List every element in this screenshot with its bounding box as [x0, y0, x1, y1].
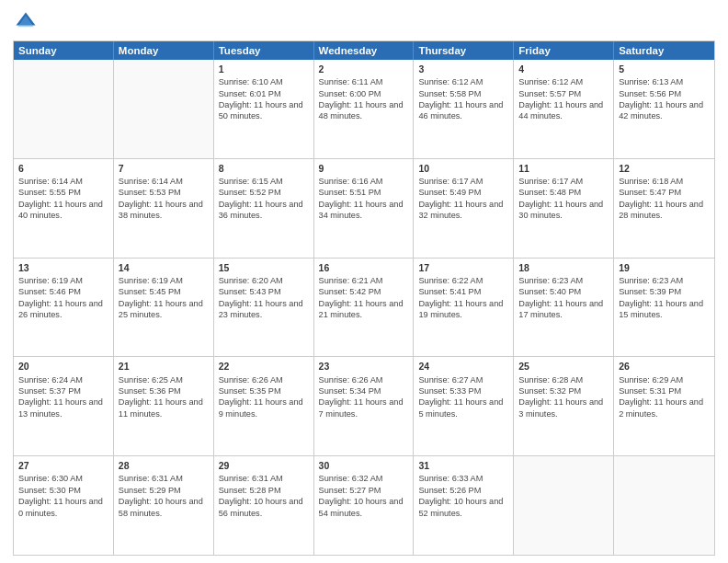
- cell-text-line: Sunrise: 6:29 AM: [619, 375, 683, 385]
- day-number: 15: [219, 261, 309, 274]
- cal-cell: 10Sunrise: 6:17 AMSunset: 5:49 PMDayligh…: [414, 159, 514, 258]
- day-number: 4: [518, 63, 609, 75]
- day-number: 3: [418, 63, 508, 75]
- header-day-tuesday: Tuesday: [214, 41, 314, 60]
- cell-text-line: Sunset: 5:43 PM: [219, 287, 281, 296]
- day-number: 25: [518, 360, 609, 373]
- cal-cell: 9Sunrise: 6:16 AMSunset: 5:51 PMDaylight…: [314, 159, 415, 258]
- cell-text-line: Daylight: 11 hours and 32 minutes.: [418, 200, 503, 220]
- cell-text-line: Daylight: 10 hours and 56 minutes.: [219, 497, 303, 517]
- day-number: 22: [219, 360, 309, 373]
- cal-cell: [514, 456, 614, 555]
- cell-text-line: Sunrise: 6:26 AM: [219, 375, 283, 385]
- cell-text-line: Sunrise: 6:23 AM: [518, 276, 583, 285]
- cell-text-line: Sunrise: 6:25 AM: [119, 375, 183, 385]
- cell-text-line: Daylight: 10 hours and 58 minutes.: [119, 497, 203, 517]
- cell-text-line: Sunset: 5:49 PM: [418, 188, 481, 197]
- cell-text-line: Daylight: 10 hours and 52 minutes.: [418, 497, 503, 517]
- cell-text-line: Daylight: 11 hours and 44 minutes.: [518, 100, 603, 121]
- cell-text-line: Daylight: 11 hours and 17 minutes.: [518, 299, 603, 319]
- cell-text-line: Sunset: 5:51 PM: [319, 188, 381, 197]
- cell-text-line: Daylight: 11 hours and 30 minutes.: [518, 200, 603, 220]
- cell-text-line: Sunset: 5:45 PM: [119, 287, 181, 296]
- day-number: 14: [119, 261, 209, 274]
- cell-text-line: Sunrise: 6:21 AM: [319, 276, 383, 285]
- day-number: 9: [319, 162, 409, 175]
- cell-text-line: Daylight: 11 hours and 38 minutes.: [119, 200, 203, 220]
- cell-text-line: Sunrise: 6:14 AM: [119, 177, 183, 186]
- calendar-header: SundayMondayTuesdayWednesdayThursdayFrid…: [14, 41, 714, 60]
- day-number: 20: [18, 360, 108, 373]
- day-number: 21: [119, 360, 209, 373]
- cal-cell: 8Sunrise: 6:15 AMSunset: 5:52 PMDaylight…: [214, 159, 314, 258]
- cell-text-line: Sunset: 5:36 PM: [119, 386, 181, 396]
- cell-text-line: Daylight: 11 hours and 46 minutes.: [418, 100, 503, 121]
- cell-text-line: Sunset: 5:39 PM: [619, 287, 681, 296]
- cal-cell: 29Sunrise: 6:31 AMSunset: 5:28 PMDayligh…: [214, 456, 314, 555]
- logo: [13, 9, 42, 35]
- cell-text-line: Sunset: 5:26 PM: [418, 486, 481, 495]
- day-number: 10: [418, 162, 508, 175]
- cal-cell: 11Sunrise: 6:17 AMSunset: 5:48 PMDayligh…: [514, 159, 614, 258]
- cell-text-line: Daylight: 11 hours and 42 minutes.: [619, 100, 703, 121]
- cell-text-line: Sunrise: 6:10 AM: [219, 77, 283, 86]
- cal-cell: 7Sunrise: 6:14 AMSunset: 5:53 PMDaylight…: [114, 159, 214, 258]
- cal-cell: 14Sunrise: 6:19 AMSunset: 5:45 PMDayligh…: [114, 259, 214, 357]
- cell-text-line: Daylight: 11 hours and 21 minutes.: [319, 299, 404, 319]
- cal-cell: 3Sunrise: 6:12 AMSunset: 5:58 PMDaylight…: [414, 60, 514, 158]
- day-number: 29: [219, 459, 309, 472]
- cell-text-line: Sunrise: 6:11 AM: [319, 77, 383, 86]
- cell-text-line: Sunrise: 6:17 AM: [418, 177, 483, 186]
- cell-text-line: Sunset: 5:52 PM: [219, 188, 281, 197]
- cell-text-line: Sunset: 5:58 PM: [418, 89, 481, 98]
- day-number: 27: [18, 459, 108, 472]
- cell-text-line: Sunset: 5:41 PM: [418, 287, 481, 296]
- cell-text-line: Sunset: 5:48 PM: [518, 188, 581, 197]
- cell-text-line: Daylight: 11 hours and 2 minutes.: [619, 397, 703, 418]
- cell-text-line: Sunrise: 6:22 AM: [418, 276, 483, 285]
- cal-cell: 13Sunrise: 6:19 AMSunset: 5:46 PMDayligh…: [14, 259, 114, 357]
- cell-text-line: Daylight: 11 hours and 34 minutes.: [319, 200, 404, 220]
- cal-cell: 28Sunrise: 6:31 AMSunset: 5:29 PMDayligh…: [114, 456, 214, 555]
- cell-text-line: Sunset: 5:53 PM: [119, 188, 181, 197]
- cal-cell: 17Sunrise: 6:22 AMSunset: 5:41 PMDayligh…: [414, 259, 514, 357]
- day-number: 11: [518, 162, 609, 175]
- cell-text-line: Sunset: 6:01 PM: [219, 89, 281, 98]
- page: SundayMondayTuesdayWednesdayThursdayFrid…: [0, 0, 728, 563]
- day-number: 6: [18, 162, 108, 175]
- cell-text-line: Sunrise: 6:20 AM: [219, 276, 283, 285]
- cal-cell: 24Sunrise: 6:27 AMSunset: 5:33 PMDayligh…: [414, 357, 514, 455]
- cal-cell: 19Sunrise: 6:23 AMSunset: 5:39 PMDayligh…: [614, 259, 714, 357]
- cal-row-1: 6Sunrise: 6:14 AMSunset: 5:55 PMDaylight…: [14, 159, 714, 259]
- cell-text-line: Daylight: 11 hours and 7 minutes.: [319, 397, 404, 418]
- day-number: 5: [619, 63, 710, 75]
- day-number: 26: [619, 360, 710, 373]
- cell-text-line: Sunrise: 6:31 AM: [219, 474, 283, 483]
- cell-text-line: Sunrise: 6:12 AM: [518, 77, 583, 86]
- header-day-thursday: Thursday: [414, 41, 514, 60]
- cal-cell: 15Sunrise: 6:20 AMSunset: 5:43 PMDayligh…: [214, 259, 314, 357]
- day-number: 17: [418, 261, 508, 274]
- cell-text-line: Sunset: 5:27 PM: [319, 486, 381, 495]
- cell-text-line: Sunset: 5:57 PM: [518, 89, 581, 98]
- cell-text-line: Sunrise: 6:12 AM: [418, 77, 483, 86]
- cell-text-line: Sunrise: 6:23 AM: [619, 276, 683, 285]
- cell-text-line: Daylight: 11 hours and 23 minutes.: [219, 299, 303, 319]
- day-number: 7: [119, 162, 209, 175]
- cal-row-3: 20Sunrise: 6:24 AMSunset: 5:37 PMDayligh…: [14, 357, 714, 456]
- cal-cell: 25Sunrise: 6:28 AMSunset: 5:32 PMDayligh…: [514, 357, 614, 455]
- day-number: 28: [119, 459, 209, 472]
- cell-text-line: Daylight: 11 hours and 0 minutes.: [18, 497, 103, 517]
- cell-text-line: Sunset: 5:55 PM: [18, 188, 81, 197]
- cell-text-line: Daylight: 11 hours and 50 minutes.: [219, 100, 303, 121]
- cell-text-line: Sunset: 5:47 PM: [619, 188, 681, 197]
- calendar-body: 1Sunrise: 6:10 AMSunset: 6:01 PMDaylight…: [14, 60, 714, 555]
- cell-text-line: Sunrise: 6:24 AM: [18, 375, 83, 385]
- cal-row-2: 13Sunrise: 6:19 AMSunset: 5:46 PMDayligh…: [14, 259, 714, 358]
- cell-text-line: Sunrise: 6:15 AM: [219, 177, 283, 186]
- cell-text-line: Sunrise: 6:19 AM: [18, 276, 83, 285]
- day-number: 31: [418, 459, 508, 472]
- cal-cell: 2Sunrise: 6:11 AMSunset: 6:00 PMDaylight…: [314, 60, 415, 158]
- cal-cell: [14, 60, 114, 158]
- cell-text-line: Daylight: 11 hours and 28 minutes.: [619, 200, 703, 220]
